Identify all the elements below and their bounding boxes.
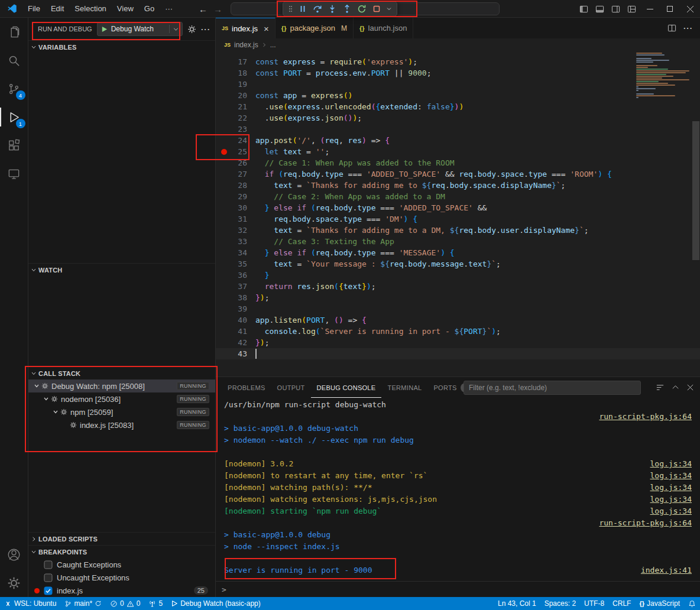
code-line-39[interactable]: 39 bbox=[216, 303, 700, 314]
gutter[interactable]: 28 bbox=[216, 180, 255, 191]
menu-go[interactable]: Go bbox=[140, 2, 159, 15]
ports-status[interactable]: 5 bbox=[144, 597, 167, 610]
panel-tab-problems[interactable]: PROBLEMS bbox=[222, 377, 271, 398]
split-editor-icon[interactable] bbox=[667, 24, 676, 33]
gutter[interactable]: 24 bbox=[216, 135, 255, 146]
code-line-30[interactable]: 30 } else if (req.body.type === 'ADDED_T… bbox=[216, 202, 700, 213]
customize-layout-icon[interactable] bbox=[624, 0, 640, 18]
breakpoints-section-header[interactable]: BREAKPOINTS bbox=[28, 545, 215, 558]
console-filter-input[interactable] bbox=[464, 381, 641, 395]
menu-more[interactable]: ··· bbox=[160, 2, 177, 15]
maximize-button[interactable] bbox=[660, 0, 680, 18]
gutter[interactable]: 41 bbox=[216, 326, 255, 337]
step-out-button[interactable] bbox=[342, 4, 352, 14]
code-line-38[interactable]: 38}); bbox=[216, 292, 700, 303]
tab-index.js[interactable]: JSindex.js× bbox=[216, 18, 276, 38]
source-location-link[interactable]: log.js:34 bbox=[650, 458, 692, 470]
editor-scrollbar[interactable] bbox=[692, 121, 699, 260]
chevron-down-icon[interactable] bbox=[32, 383, 41, 389]
breadcrumb[interactable]: JS index.js ... bbox=[216, 38, 700, 51]
toggle-secondary-sidebar-icon[interactable] bbox=[608, 0, 624, 18]
gutter[interactable]: 23 bbox=[216, 124, 255, 135]
variables-section-header[interactable]: VARIABLES bbox=[28, 40, 215, 53]
code-line-20[interactable]: 20const app = express() bbox=[216, 90, 700, 101]
gutter[interactable]: 42 bbox=[216, 337, 255, 348]
code-line-25[interactable]: 25 let text = ''; bbox=[216, 146, 700, 157]
gutter[interactable]: 19 bbox=[216, 79, 255, 90]
gutter[interactable]: 38 bbox=[216, 292, 255, 303]
close-panel-icon[interactable] bbox=[686, 384, 694, 391]
code-line-21[interactable]: 21 .use(express.urlencoded({extended: fa… bbox=[216, 101, 700, 112]
problems-status[interactable]: 0 0 bbox=[106, 597, 144, 610]
panel-tab-output[interactable]: OUTPUT bbox=[271, 377, 311, 398]
call-stack-section-header[interactable]: CALL STACK bbox=[28, 366, 215, 379]
source-location-link[interactable]: log.js:34 bbox=[650, 494, 692, 505]
code-line-19[interactable]: 19 bbox=[216, 79, 700, 90]
gutter[interactable]: 20 bbox=[216, 90, 255, 101]
menu-file[interactable]: File bbox=[23, 2, 45, 15]
stop-button[interactable] bbox=[372, 4, 381, 14]
debug-config-select[interactable]: Debug Watch bbox=[97, 22, 183, 36]
code-line-28[interactable]: 28 text = `Thanks for adding me to ${req… bbox=[216, 180, 700, 191]
tab-launch.json[interactable]: {}launch.json bbox=[354, 18, 413, 38]
code-line-33[interactable]: 33 // Case 3: Texting the App bbox=[216, 236, 700, 247]
activitybar-extensions[interactable] bbox=[0, 131, 28, 160]
code-line-34[interactable]: 34 } else if (req.body.type === 'MESSAGE… bbox=[216, 247, 700, 258]
step-over-button[interactable] bbox=[313, 4, 322, 14]
source-location-link[interactable]: log.js:34 bbox=[650, 482, 692, 494]
toggle-sidebar-icon[interactable] bbox=[576, 0, 592, 18]
call-stack-item[interactable]: Debug Watch: npm [25008]RUNNING bbox=[28, 379, 215, 392]
toolbar-drag-handle[interactable] bbox=[289, 4, 293, 14]
gutter[interactable]: 32 bbox=[216, 225, 255, 236]
gutter[interactable]: 29 bbox=[216, 191, 255, 202]
tab-package.json[interactable]: {}package.jsonM bbox=[276, 18, 354, 38]
debug-console-input[interactable]: > bbox=[216, 581, 700, 597]
menu-view[interactable]: View bbox=[112, 2, 138, 15]
loaded-scripts-section-header[interactable]: LOADED SCRIPTS bbox=[28, 532, 215, 545]
activitybar-explorer[interactable] bbox=[0, 18, 28, 46]
chevron-down-icon[interactable] bbox=[51, 409, 60, 415]
call-stack-item[interactable]: index.js [25083]RUNNING bbox=[28, 418, 215, 431]
code-line-36[interactable]: 36 } bbox=[216, 270, 700, 281]
panel-tab-terminal[interactable]: TERMINAL bbox=[381, 377, 427, 398]
code-line-37[interactable]: 37 return res.json({text}); bbox=[216, 281, 700, 292]
code-line-26[interactable]: 26 // Case 1: When App was added to the … bbox=[216, 157, 700, 168]
activitybar-search[interactable] bbox=[0, 46, 28, 74]
call-stack-item[interactable]: nodemon [25036]RUNNING bbox=[28, 392, 215, 405]
gutter[interactable]: 34 bbox=[216, 247, 255, 258]
close-tab-icon[interactable]: × bbox=[264, 24, 269, 34]
source-location-link[interactable]: run-script-pkg.js:64 bbox=[599, 517, 692, 529]
gutter[interactable]: 33 bbox=[216, 236, 255, 247]
code-line-35[interactable]: 35 text = `Your message : ${req.body.mes… bbox=[216, 258, 700, 270]
console-options-icon[interactable] bbox=[656, 383, 665, 392]
code-line-22[interactable]: 22 .use(express.json()); bbox=[216, 112, 700, 124]
checkbox-unchecked-icon[interactable] bbox=[44, 573, 53, 582]
forward-button[interactable]: → bbox=[213, 4, 222, 14]
panel-tab-debug-console[interactable]: DEBUG CONSOLE bbox=[311, 377, 382, 398]
restart-button[interactable] bbox=[357, 4, 367, 14]
menu-edit[interactable]: Edit bbox=[46, 2, 69, 15]
editor-more-actions[interactable]: ··· bbox=[683, 24, 693, 33]
maximize-panel-icon[interactable] bbox=[672, 384, 679, 391]
gutter[interactable]: 31 bbox=[216, 213, 255, 225]
call-stack-item[interactable]: npm [25059]RUNNING bbox=[28, 405, 215, 418]
gutter[interactable]: 18 bbox=[216, 67, 255, 79]
debug-status[interactable]: Debug Watch (basic-app) bbox=[167, 597, 265, 610]
code-line-29[interactable]: 29 // Case 2: When App was added to a DM bbox=[216, 191, 700, 202]
encoding[interactable]: UTF-8 bbox=[580, 597, 608, 610]
branch-status[interactable]: main* bbox=[60, 597, 106, 610]
breakpoint-item[interactable]: index.js25 bbox=[28, 584, 215, 597]
gutter[interactable]: 39 bbox=[216, 303, 255, 314]
code-line-17[interactable]: 17const express = require('express'); bbox=[216, 56, 700, 67]
checkbox-checked-icon[interactable] bbox=[44, 586, 53, 595]
code-line-31[interactable]: 31 req.body.space.type === 'DM') { bbox=[216, 213, 700, 225]
breakpoint-icon[interactable] bbox=[221, 149, 227, 155]
minimap[interactable] bbox=[636, 53, 691, 100]
code-line-24[interactable]: 24app.post('/', (req, res) => { bbox=[216, 135, 700, 146]
activitybar-run-debug[interactable]: 1 bbox=[0, 103, 28, 131]
watch-section-header[interactable]: WATCH bbox=[28, 263, 215, 276]
stop-dropdown-chevron-icon[interactable] bbox=[387, 7, 391, 11]
minimize-button[interactable] bbox=[640, 0, 660, 18]
gutter[interactable]: 26 bbox=[216, 157, 255, 168]
activitybar-accounts[interactable] bbox=[0, 540, 28, 569]
